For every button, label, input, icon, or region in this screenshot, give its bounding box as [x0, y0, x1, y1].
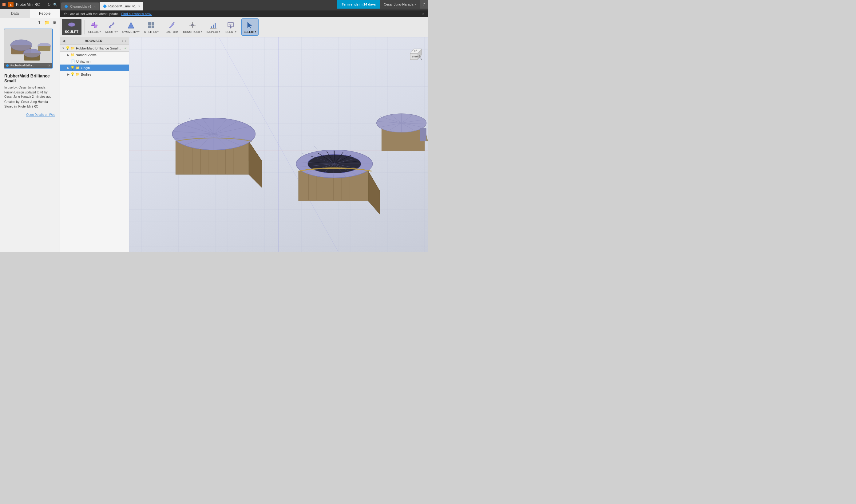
browser-item-units: 📄 Units: mm [60, 58, 129, 65]
svg-rect-13 [92, 23, 94, 25]
svg-point-3 [11, 40, 32, 51]
toolbar-sep-1 [85, 20, 85, 34]
sync-icon[interactable]: ↻ [47, 2, 51, 7]
browser-collapse-icon[interactable]: ▪ [122, 39, 123, 43]
update-banner: You are all set with the latest update. … [60, 11, 428, 17]
browser-panel: ◀ BROWSER ▪ ▪ ▼ 💡 📁 RubberMaid Brillianc… [60, 37, 129, 252]
tab-label-1: CleanedUp v1 [70, 5, 92, 8]
folder-root-icon: 📁 [71, 46, 75, 50]
units-label: Units: mm [76, 60, 92, 63]
info-updated: Fusion Design updated to v1 by Cesar Jun… [4, 90, 55, 99]
chevron-down-icon: ▾ [414, 3, 416, 6]
panel-toggle-icon[interactable]: ◀ [63, 39, 65, 43]
svg-point-15 [109, 26, 111, 28]
info-title: RubberMaid Brilliance Small [4, 73, 55, 83]
svg-marker-34 [230, 28, 232, 29]
browser-hide-icon[interactable]: ▪ [125, 39, 126, 43]
tab-close-1[interactable]: × [94, 5, 96, 8]
tab-people[interactable]: People [30, 9, 60, 18]
tool-construct[interactable]: CONSTRUCT▾ [181, 18, 204, 36]
bodies-label: Bodies [81, 73, 91, 76]
main-area: 🔷 CleanedUp v1 × 🔷 RubberM...mall v1 × Y… [60, 0, 428, 252]
expand-origin-icon[interactable]: ▶ [67, 66, 70, 70]
tool-symmetry[interactable]: SYMMETRY▾ [120, 18, 142, 36]
app-logo: ▲ [8, 2, 14, 7]
folder-icon[interactable]: 📁 [44, 20, 50, 25]
bulb-origin-icon: 💡 [70, 66, 75, 70]
units-icon: 📄 [71, 59, 75, 63]
open-web-link[interactable]: Open Details on Web [26, 113, 55, 116]
tool-modify[interactable]: MODIFY▾ [103, 18, 120, 36]
upload-icon[interactable]: ⬆ [37, 20, 41, 25]
root-label: RubberMaid Brilliance Small... [76, 47, 123, 50]
folder-bodies-icon: 📁 [76, 72, 80, 76]
tool-inspect[interactable]: INSPECT▾ [204, 18, 222, 36]
check-icon: ✓ [124, 46, 127, 50]
close-btn[interactable] [2, 3, 5, 6]
sculpt-button[interactable]: SCULPT [62, 19, 82, 35]
help-button[interactable]: ? [420, 0, 428, 8]
browser-item-bodies[interactable]: ▶ 💡 📁 Bodies [60, 71, 129, 77]
tab-cleanedup[interactable]: 🔷 CleanedUp v1 × [61, 2, 99, 11]
info-icon[interactable]: i [47, 64, 51, 67]
search-icon[interactable]: 🔍 [53, 3, 57, 7]
tool-sketch[interactable]: SKETCH▾ [164, 18, 181, 36]
workspace: ◀ BROWSER ▪ ▪ ▼ 💡 📁 RubberMaid Brillianc… [60, 37, 428, 252]
nav-cube[interactable]: FRONT TOP RIGHT [403, 40, 426, 63]
origin-label: Origin [81, 66, 90, 70]
browser-header: ◀ BROWSER ▪ ▪ [60, 37, 129, 45]
named-views-label: Named Views [76, 53, 96, 57]
viewport[interactable]: FRONT TOP RIGHT [129, 37, 428, 252]
browser-title: BROWSER [85, 39, 102, 43]
svg-rect-113 [420, 128, 426, 141]
info-created: Created by: Cesar Jung-Harada [4, 100, 55, 104]
svg-point-6 [23, 49, 40, 57]
user-menu[interactable]: Cesar Jung-Harada ▾ [380, 0, 420, 8]
collapse-icon[interactable]: ▼ [62, 47, 65, 50]
expand-named-views-icon[interactable]: ▶ [67, 53, 70, 56]
browser-item-named-views[interactable]: ▶ 📁 Named Views [60, 52, 129, 58]
sculpt-label: SCULPT [65, 30, 78, 34]
bulb-bodies-icon: 💡 [70, 72, 75, 76]
svg-rect-22 [151, 25, 154, 28]
svg-rect-21 [148, 25, 151, 28]
svg-point-16 [112, 22, 114, 24]
tab-data[interactable]: Data [0, 9, 30, 18]
banner-link[interactable]: Find out what's new. [121, 12, 151, 16]
toolbar-sep-3 [240, 20, 240, 34]
tab-label-2: RubberM...mall v1 [109, 4, 136, 8]
folder-named-views-icon: 📁 [70, 53, 75, 57]
svg-line-23 [173, 22, 175, 23]
info-in-use: In use by: Cesar Jung-Harada [4, 86, 55, 89]
toolbar: SCULPT CREATE▾ MODIFY▾ SYMMETRY▾ UTI [60, 17, 428, 37]
svg-rect-19 [148, 22, 151, 25]
tool-create[interactable]: CREATE▾ [86, 18, 103, 36]
thumbnail-card[interactable]: 🔷 RubberMaid Brillia... i [4, 29, 53, 69]
tab-icon-1: 🔷 [64, 5, 69, 8]
svg-rect-20 [151, 22, 154, 25]
banner-message: You are all set with the latest update. [64, 12, 119, 16]
svg-rect-14 [94, 25, 97, 28]
svg-marker-36 [248, 22, 252, 28]
browser-item-origin[interactable]: ▶ 💡 📁 Origin [60, 65, 129, 71]
svg-rect-8 [38, 46, 50, 51]
tool-utilities[interactable]: UTILITIES▾ [142, 18, 161, 36]
panel-tabs: Data People [0, 9, 60, 18]
tab-rubbermaid[interactable]: 🔷 RubberM...mall v1 × [100, 2, 143, 11]
tab-icon-2: 🔷 [103, 4, 107, 8]
browser-root[interactable]: ▼ 💡 📁 RubberMaid Brilliance Small... ✓ [60, 45, 129, 52]
app-title: Protei Mini RC [16, 2, 40, 7]
tab-close-2[interactable]: × [138, 5, 140, 8]
thumbnail-label: 🔷 RubberMaid Brillia... i [4, 63, 52, 68]
banner-close[interactable]: × [423, 12, 424, 16]
tool-insert[interactable]: INSERT▾ [222, 18, 238, 36]
expand-bodies-icon[interactable]: ▶ [67, 73, 70, 76]
bulb-icon: 💡 [66, 46, 70, 50]
trial-button[interactable]: Term ends in 14 days [337, 0, 380, 8]
settings-icon[interactable]: ⚙ [53, 20, 57, 25]
folder-origin-icon: 📁 [76, 66, 80, 70]
toolbar-sep-2 [162, 20, 162, 34]
info-stored: Stored in: Protei Mini RC [4, 105, 55, 108]
tool-select[interactable]: SELECT▾ [242, 18, 259, 36]
left-panel: Data People ⬆ 📁 ⚙ [0, 9, 60, 252]
